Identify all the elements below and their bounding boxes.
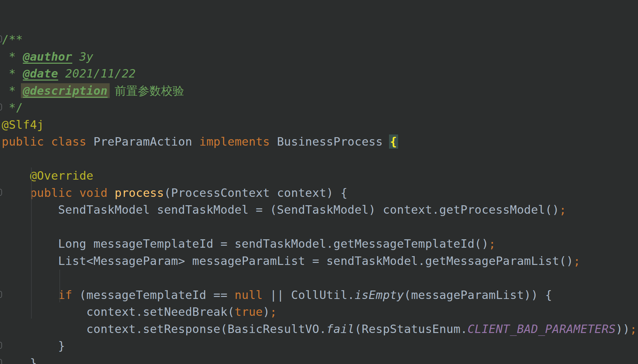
code-token: [108, 84, 115, 97]
code-token: @Override: [30, 169, 93, 182]
code-line[interactable]: Long messageTemplateId = sendTaskModel.g…: [0, 235, 638, 252]
code-token: null: [234, 288, 263, 302]
code-line[interactable]: context.setResponse(BasicResultVO.fail(R…: [0, 321, 638, 338]
fold-marker-icon[interactable]: [0, 291, 2, 298]
code-token: ;: [270, 305, 277, 318]
code-line[interactable]: SendTaskModel sendTaskModel = (SendTaskM…: [0, 201, 638, 218]
code-token: PreParamAction: [86, 135, 199, 148]
code-token: {: [389, 134, 398, 149]
code-token: isEmpty: [355, 288, 404, 302]
fold-marker-icon[interactable]: [0, 342, 2, 349]
code-token: @author: [23, 50, 72, 63]
code-token: [2, 169, 30, 182]
code-token: (messageParamList)) {: [404, 288, 552, 302]
code-token: context.setResponse(BasicResultVO.: [2, 322, 326, 336]
code-line[interactable]: List<MessageParam> messageParamList = se…: [0, 252, 638, 270]
code-editor[interactable]: /** * @author 3y * @date 2021/11/22 * @d…: [0, 0, 638, 364]
code-token: (RespStatusEnum.: [355, 322, 468, 336]
code-line[interactable]: */: [0, 99, 638, 116]
code-token: context.setNeedBreak(: [2, 305, 234, 318]
code-line[interactable]: * @author 3y: [0, 48, 638, 65]
code-token: public: [30, 186, 73, 200]
code-token: ;: [559, 203, 566, 216]
code-token: [44, 135, 51, 148]
code-token: [2, 288, 58, 302]
code-token: class: [51, 135, 86, 148]
code-line[interactable]: * @description 前置参数校验: [0, 82, 638, 99]
code-token: 前置参数校验: [115, 84, 185, 97]
code-token: SendTaskModel sendTaskModel = (SendTaskM…: [2, 203, 559, 216]
code-token: )): [616, 322, 630, 336]
code-token: List<MessageParam> messageParamList = se…: [2, 254, 574, 268]
code-token: CLIENT_BAD_PARAMETERS: [468, 322, 616, 336]
code-token: }: [2, 339, 65, 353]
code-token: implements: [199, 135, 270, 148]
code-token: (ProcessContext context) {: [164, 186, 348, 200]
code-token: */: [2, 101, 23, 114]
code-token: *: [2, 67, 23, 80]
fold-marker-icon[interactable]: [0, 189, 2, 196]
code-token: }: [2, 356, 37, 364]
code-token: 2021/11/22: [65, 67, 136, 80]
code-token: [2, 186, 30, 200]
code-token: Long messageTemplateId = sendTaskModel.g…: [2, 237, 489, 250]
code-token: [58, 67, 65, 80]
code-token: @Slf4j: [2, 118, 44, 131]
fold-marker-icon[interactable]: [0, 35, 2, 42]
code-token: void: [79, 186, 108, 200]
code-token: @description: [21, 83, 110, 98]
fold-marker-icon[interactable]: [0, 103, 2, 111]
code-line[interactable]: if (messageTemplateId == null || CollUti…: [0, 286, 638, 304]
code-token: public: [2, 135, 44, 148]
code-line[interactable]: [0, 269, 638, 286]
code-line[interactable]: @Slf4j: [0, 116, 638, 133]
code-token: || CollUtil.: [263, 288, 355, 302]
code-token: process: [115, 186, 164, 200]
code-token: 3y: [79, 50, 93, 63]
code-token: ;: [574, 254, 581, 268]
code-line[interactable]: context.setNeedBreak(true);: [0, 303, 638, 321]
code-area: /** * @author 3y * @date 2021/11/22 * @d…: [0, 31, 638, 364]
code-token: true: [234, 305, 263, 318]
code-token: ;: [630, 322, 637, 336]
code-line[interactable]: /**: [0, 31, 638, 48]
code-token: @date: [23, 67, 58, 80]
code-line[interactable]: public void process(ProcessContext conte…: [0, 184, 638, 202]
code-line[interactable]: * @date 2021/11/22: [0, 65, 638, 82]
code-line[interactable]: [0, 218, 638, 236]
indent-guide: [31, 168, 32, 318]
code-token: ;: [489, 237, 496, 250]
code-token: *: [2, 50, 23, 63]
code-token: ): [263, 305, 270, 318]
code-token: [108, 186, 115, 200]
code-token: fail: [326, 322, 355, 336]
code-line[interactable]: @Override: [0, 167, 638, 184]
code-token: *: [2, 84, 23, 97]
code-line[interactable]: }: [0, 337, 638, 355]
code-token: if: [58, 288, 72, 302]
code-line[interactable]: [0, 150, 638, 168]
code-token: (messageTemplateId ==: [72, 288, 234, 302]
code-token: BusinessProcess: [270, 135, 390, 148]
code-token: /**: [2, 33, 23, 46]
code-line[interactable]: public class PreParamAction implements B…: [0, 133, 638, 150]
code-token: [72, 186, 79, 200]
code-token: [72, 50, 79, 63]
indent-guide: [59, 270, 60, 302]
code-line[interactable]: }: [0, 355, 638, 364]
